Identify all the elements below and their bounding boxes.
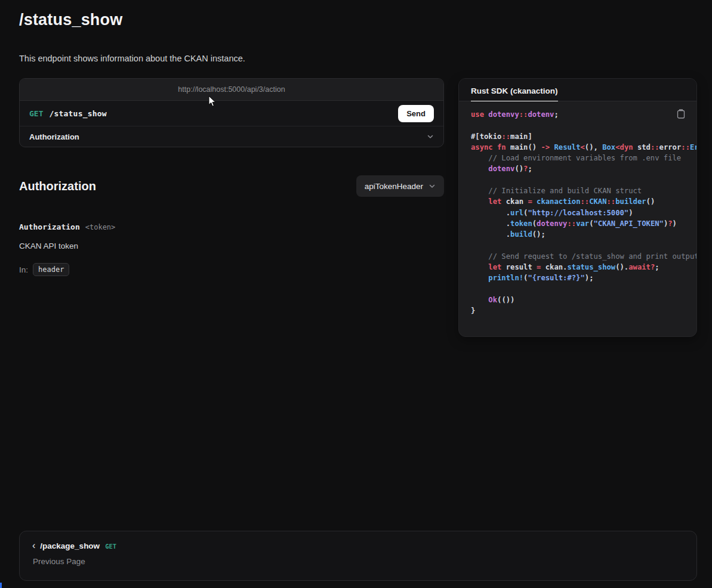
- method-badge: GET: [29, 109, 43, 118]
- auth-in-badge: header: [33, 263, 69, 276]
- auth-param-description: CKAN API token: [19, 242, 444, 250]
- chevron-down-icon: [427, 133, 434, 140]
- sdk-panel-header: Rust SDK (ckanaction): [459, 79, 696, 101]
- auth-scheme-value: apiTokenHeader: [365, 182, 423, 191]
- clipboard-icon: [677, 109, 685, 119]
- page-title: /status_show: [19, 0, 697, 29]
- send-button[interactable]: Send: [398, 105, 434, 122]
- chevron-down-icon: [429, 182, 436, 190]
- prev-page-card[interactable]: ‹ /package_show GET Previous Page: [19, 531, 697, 581]
- copy-button[interactable]: [677, 109, 685, 120]
- endpoint-path: /status_show: [49, 109, 106, 118]
- prev-page-label: Previous Page: [33, 557, 684, 566]
- chevron-left-icon: ‹: [32, 541, 35, 550]
- prev-page-method: GET: [105, 543, 116, 550]
- prev-page-path: /package_show: [40, 541, 100, 550]
- auth-section-heading: Authorization: [19, 180, 96, 193]
- auth-param-name: Authorization: [19, 222, 80, 231]
- auth-accordion-row[interactable]: Authorization: [20, 126, 443, 147]
- auth-scheme-select[interactable]: apiTokenHeader: [356, 175, 444, 197]
- auth-accordion-label: Authorization: [29, 132, 79, 141]
- page-edge-marker: [0, 583, 2, 588]
- page-description: This endpoint shows information about th…: [19, 54, 697, 63]
- request-card: http://localhost:5000/api/3/action GET /…: [19, 78, 444, 147]
- request-row: GET /status_show Send: [20, 101, 443, 126]
- code-block: use dotenvy::dotenv; #[tokio::main]async…: [459, 101, 696, 337]
- auth-param-type: <token>: [85, 223, 116, 231]
- sdk-example-panel: Rust SDK (ckanaction) use dotenvy::doten…: [458, 78, 697, 337]
- sdk-tab-rust[interactable]: Rust SDK (ckanaction): [471, 86, 558, 101]
- base-url: http://localhost:5000/api/3/action: [178, 85, 285, 94]
- base-url-bar: http://localhost:5000/api/3/action: [20, 79, 443, 101]
- auth-in-label: In:: [19, 265, 28, 274]
